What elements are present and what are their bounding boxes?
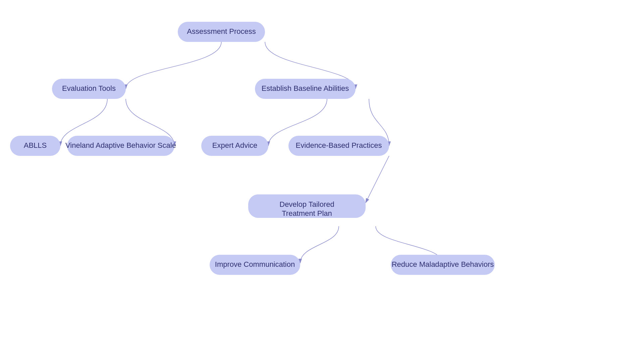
diagram: Assessment Process Evaluation Tools Esta… [0,0,644,362]
node-ablls-label: ABLLS [24,141,47,149]
node-tailored-label: Develop Tailored [279,200,334,208]
node-root-label: Assessment Process [187,27,256,36]
node-expert-label: Expert Advice [212,141,258,149]
node-communication-label: Improve Communication [215,260,295,268]
node-maladaptive-label: Reduce Maladaptive Behaviors [392,260,494,268]
edge-evidence-tailored [366,156,389,203]
node-tailored-label2: Treatment Plan [282,209,332,218]
node-eval-label: Evaluation Tools [62,84,116,93]
node-vineland-label: Vineland Adaptive Behavior Scale [65,141,176,149]
edge-tailored-communication [300,226,339,263]
edge-root-eval [126,42,221,89]
node-evidence-label: Evidence-Based Practices [296,141,382,149]
node-baseline-label: Establish Baseline Abilities [262,84,349,93]
